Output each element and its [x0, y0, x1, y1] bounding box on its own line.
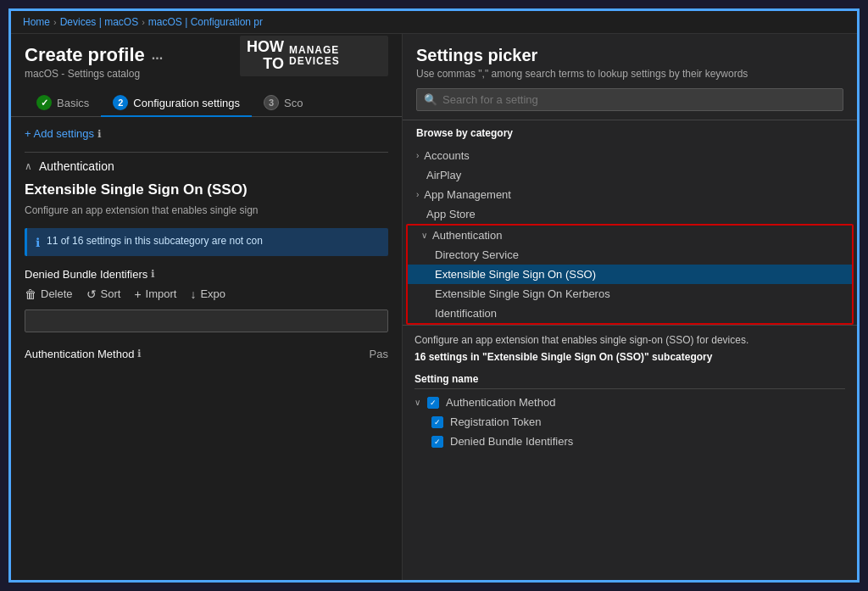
divider-1 [25, 152, 388, 153]
denied-bundle-checkbox[interactable]: ✓ [431, 436, 443, 448]
page-title-ellipsis[interactable]: ... [152, 47, 163, 63]
import-button[interactable]: + Import [134, 287, 176, 301]
tab-basics[interactable]: ✓ Basics [25, 90, 101, 117]
identification-label: Identification [435, 307, 497, 320]
tab-scope[interactable]: 3 Sco [252, 90, 314, 117]
auth-method-row-chevron: ∨ [415, 398, 420, 407]
sort-icon: ↺ [86, 287, 97, 301]
section-label: Authentication [39, 159, 114, 173]
sso-label: Extensible Single Sign On (SSO) [435, 268, 596, 281]
delete-icon: 🗑 [25, 287, 36, 301]
auth-method-label: Authentication Method ℹ [25, 348, 142, 360]
breadcrumb-home[interactable]: Home [23, 16, 50, 28]
setting-title: Extensible Single Sign On (SSO) [25, 181, 388, 198]
app-container: Home › Devices | macOS › macOS | Configu… [8, 8, 860, 583]
field-label-text: Denied Bundle Identifiers [25, 268, 147, 281]
delete-button[interactable]: 🗑 Delete [25, 287, 73, 301]
breadcrumb-devices[interactable]: Devices | macOS [60, 16, 138, 28]
left-header: Create profile ... macOS - Settings cata… [11, 34, 402, 85]
tree-item-sso-kerberos[interactable]: Extensible Single Sign On Kerberos [408, 284, 852, 304]
auth-method-checkbox[interactable]: ✓ [427, 397, 439, 409]
tab-scope-badge: 3 [264, 95, 279, 110]
sort-label: Sort [101, 287, 121, 300]
app-store-label: App Store [426, 208, 476, 220]
field-label-denied: Denied Bundle Identifiers ℹ [25, 268, 388, 281]
settings-row-reg-token[interactable]: ✓ Registration Token [415, 412, 845, 432]
logo-area: HOW TO MANAGE DEVICES [240, 36, 388, 76]
picker-subtitle: Use commas "," among search terms to loo… [416, 68, 843, 80]
reg-token-checkbox[interactable]: ✓ [431, 416, 443, 428]
tree-item-app-management[interactable]: › App Management [403, 185, 857, 204]
auth-method-row: Authentication Method ℹ Pas [25, 348, 388, 360]
tab-config-label: Configuration settings [133, 97, 240, 109]
logo-manage: MANAGE [289, 45, 340, 56]
import-icon: + [134, 287, 141, 301]
settings-row-auth-method[interactable]: ∨ ✓ Authentication Method [415, 393, 845, 412]
authentication-chevron-icon: ∨ [421, 231, 427, 240]
field-info-icon: ℹ [151, 268, 155, 280]
section-header-auth: ∧ Authentication [25, 159, 388, 173]
tree-item-sso[interactable]: Extensible Single Sign On (SSO) [408, 265, 852, 284]
airplay-label: AirPlay [426, 169, 461, 181]
tab-config[interactable]: 2 Configuration settings [101, 90, 252, 117]
tab-basics-badge: ✓ [36, 95, 52, 110]
tree-area: › Accounts AirPlay › App Management App … [403, 142, 857, 580]
breadcrumb-config[interactable]: macOS | Configuration pr [148, 16, 263, 28]
page-title-text: Create profile [25, 44, 145, 66]
info-banner-icon: ℹ [36, 236, 40, 249]
delete-label: Delete [41, 287, 73, 300]
tree-item-directory-service[interactable]: Directory Service [408, 245, 852, 265]
authentication-label: Authentication [432, 229, 502, 242]
breadcrumb-sep-2: › [142, 17, 145, 27]
accounts-chevron-icon: › [416, 151, 419, 160]
search-input[interactable] [442, 93, 836, 106]
desc-text: Configure an app extension that enables … [415, 334, 845, 346]
tree-item-authentication[interactable]: ∨ Authentication [408, 226, 852, 245]
export-label: Expo [200, 287, 225, 300]
denied-bundle-label: Denied Bundle Identifiers [450, 435, 573, 448]
settings-table-header: Setting name [415, 370, 845, 389]
left-panel: Create profile ... macOS - Settings cata… [11, 34, 403, 580]
settings-row-denied-bundle[interactable]: ✓ Denied Bundle Identifiers [415, 432, 845, 451]
reg-token-label: Registration Token [450, 415, 541, 428]
directory-service-label: Directory Service [435, 248, 519, 261]
app-management-chevron-icon: › [416, 190, 419, 199]
browse-label: Browse by category [403, 120, 857, 142]
picker-title: Settings picker [416, 46, 843, 65]
left-body: + Add settings ℹ ∧ Authentication Extens… [11, 117, 402, 580]
tree-item-identification[interactable]: Identification [408, 304, 852, 323]
sso-kerberos-label: Extensible Single Sign On Kerberos [435, 287, 610, 300]
desc-bold: 16 settings in "Extensible Single Sign O… [415, 351, 845, 363]
bundle-identifiers-input[interactable] [25, 309, 388, 332]
picker-header: Settings picker Use commas "," among sea… [403, 34, 857, 120]
auth-method-value: Pas [370, 348, 388, 360]
tree-item-airplay[interactable]: AirPlay [403, 165, 857, 185]
app-management-label: App Management [424, 188, 511, 201]
toolbar: 🗑 Delete ↺ Sort + Import ↓ Expo [25, 287, 388, 301]
red-border-section: ∨ Authentication Directory Service Exten… [406, 224, 854, 325]
tree-item-accounts[interactable]: › Accounts [403, 146, 857, 165]
search-icon: 🔍 [424, 93, 437, 106]
right-panel: Settings picker Use commas "," among sea… [403, 34, 857, 580]
add-settings-info-icon: ℹ [97, 128, 102, 140]
export-icon: ↓ [190, 287, 196, 301]
import-label: Import [146, 287, 177, 300]
export-button[interactable]: ↓ Expo [190, 287, 225, 301]
accounts-label: Accounts [424, 149, 469, 162]
info-banner-text: 11 of 16 settings in this subcategory ar… [47, 235, 263, 247]
tab-basics-label: Basics [57, 97, 89, 109]
auth-method-info-icon: ℹ [137, 348, 142, 360]
setting-desc: Configure an app extension that enables … [25, 204, 388, 218]
tree-item-app-store[interactable]: App Store [403, 204, 857, 224]
search-box: 🔍 [416, 88, 843, 111]
section-chevron[interactable]: ∧ [25, 160, 32, 172]
breadcrumb: Home › Devices | macOS › macOS | Configu… [11, 11, 857, 34]
logo-how: HOW [247, 39, 284, 56]
tabs-bar: ✓ Basics 2 Configuration settings 3 Sco [11, 85, 402, 117]
info-banner: ℹ 11 of 16 settings in this subcategory … [25, 228, 388, 256]
sort-button[interactable]: ↺ Sort [86, 287, 121, 301]
main-area: Create profile ... macOS - Settings cata… [11, 34, 857, 580]
logo-to: TO [247, 56, 284, 73]
add-settings-link[interactable]: + Add settings ℹ [25, 127, 388, 140]
auth-method-row-label: Authentication Method [446, 396, 555, 409]
